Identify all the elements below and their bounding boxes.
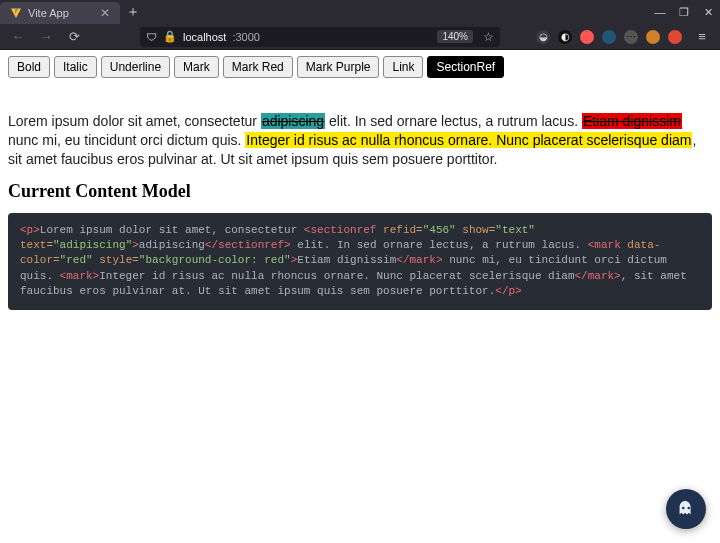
- mark-red-span[interactable]: Etiam dignissim: [582, 113, 682, 129]
- mark-purple-button[interactable]: Mark Purple: [297, 56, 380, 78]
- zoom-badge[interactable]: 140%: [437, 30, 473, 43]
- profile-icon[interactable]: [668, 30, 682, 44]
- svg-point-2: [682, 507, 685, 510]
- extension-icon[interactable]: [580, 30, 594, 44]
- browser-toolbar: ← → ⟳ 🛡 🔒 localhost:3000 140% ☆ ◒ ◐ ⋯ ≡: [0, 24, 720, 50]
- browser-titlebar: Vite App ✕ ＋ — ❐ ✕: [0, 0, 720, 24]
- text-run: nunc mi, eu tincidunt orci dictum quis.: [8, 132, 245, 148]
- italic-button[interactable]: Italic: [54, 56, 97, 78]
- url-bar[interactable]: 🛡 🔒 localhost:3000 140% ☆: [140, 27, 500, 47]
- text-run: Lorem ipsum dolor sit amet, consectetur: [8, 113, 261, 129]
- editor-paragraph[interactable]: Lorem ipsum dolor sit amet, consectetur …: [8, 112, 712, 169]
- extension-icons: ◒ ◐ ⋯ ≡: [536, 27, 714, 47]
- lock-icon: 🔒: [163, 30, 177, 43]
- nav-forward-button[interactable]: →: [34, 27, 58, 47]
- tab-close-icon[interactable]: ✕: [100, 6, 110, 20]
- window-maximize-button[interactable]: ❐: [672, 0, 696, 24]
- pocket-icon[interactable]: ◒: [536, 30, 550, 44]
- window-minimize-button[interactable]: —: [648, 0, 672, 24]
- url-host: localhost: [183, 31, 226, 43]
- formatting-toolbar: Bold Italic Underline Mark Mark Red Mark…: [8, 56, 712, 78]
- nav-back-button[interactable]: ←: [6, 27, 30, 47]
- content-model-code: <p>Lorem ipsum dolor sit amet, consectet…: [8, 213, 712, 310]
- mark-red-button[interactable]: Mark Red: [223, 56, 293, 78]
- window-controls: — ❐ ✕: [648, 0, 720, 24]
- tab-title: Vite App: [28, 7, 69, 19]
- browser-tab[interactable]: Vite App ✕: [0, 2, 120, 24]
- bookmark-star-icon[interactable]: ☆: [483, 30, 494, 44]
- nav-reload-button[interactable]: ⟳: [62, 27, 86, 47]
- shield-icon: 🛡: [146, 31, 157, 43]
- mark-button[interactable]: Mark: [174, 56, 219, 78]
- vite-favicon-icon: [10, 7, 22, 19]
- sectionref-button[interactable]: SectionRef: [427, 56, 504, 78]
- new-tab-button[interactable]: ＋: [120, 0, 146, 24]
- svg-point-3: [687, 507, 690, 510]
- text-run: elit. In sed ornare lectus, a rutrum lac…: [325, 113, 582, 129]
- devtools-fab[interactable]: [666, 489, 706, 529]
- url-port: :3000: [232, 31, 260, 43]
- extension-icon[interactable]: ⋯: [624, 30, 638, 44]
- underline-button[interactable]: Underline: [101, 56, 170, 78]
- sectionref-span[interactable]: adipiscing: [261, 113, 325, 129]
- extension-icon[interactable]: [602, 30, 616, 44]
- ghost-icon: [675, 498, 697, 520]
- extension-icon[interactable]: ◐: [558, 30, 572, 44]
- extension-icon[interactable]: [646, 30, 660, 44]
- page-content: Bold Italic Underline Mark Mark Red Mark…: [0, 50, 720, 327]
- content-model-heading: Current Content Model: [8, 181, 712, 202]
- bold-button[interactable]: Bold: [8, 56, 50, 78]
- link-button[interactable]: Link: [383, 56, 423, 78]
- window-close-button[interactable]: ✕: [696, 0, 720, 24]
- app-menu-button[interactable]: ≡: [690, 27, 714, 47]
- mark-yellow-span[interactable]: Integer id risus ac nulla rhoncus ornare…: [245, 132, 692, 148]
